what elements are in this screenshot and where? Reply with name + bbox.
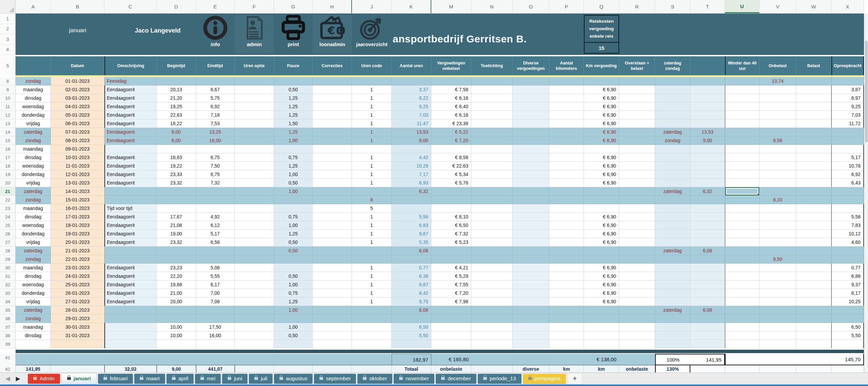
cell-K27[interactable]: 5,35 — [392, 238, 431, 247]
cell-D37[interactable]: 10,00 — [157, 323, 196, 331]
tab-februari[interactable]: februari — [98, 374, 133, 384]
cell-F38[interactable] — [235, 331, 274, 340]
row-header-2[interactable]: 2 — [0, 24, 15, 35]
tab-scroll-right-arrow[interactable]: ▶ — [13, 375, 23, 382]
cell-Q29[interactable] — [584, 255, 619, 264]
cell-Q21[interactable] — [584, 187, 619, 196]
row-header-41[interactable]: 41 — [0, 354, 16, 365]
cell-X25[interactable]: 7,83 — [831, 221, 864, 230]
cell-W39[interactable] — [796, 340, 831, 348]
cell-V29[interactable]: 9,50 — [760, 255, 796, 264]
cell-E12[interactable]: 7,18 — [196, 111, 235, 119]
tab-september[interactable]: september — [314, 374, 356, 384]
cell-M32[interactable]: € 7,55 — [431, 281, 471, 289]
cell-H12[interactable] — [313, 111, 352, 119]
jaaroverzicht-button[interactable]: jaaroverzicht — [352, 15, 392, 54]
cell-R21[interactable] — [619, 187, 655, 196]
cell-K14[interactable]: 13,53 — [392, 128, 431, 136]
tab-januari[interactable]: januari — [61, 373, 97, 384]
column-header-W[interactable]: W — [796, 0, 831, 13]
cell-O41[interactable] — [513, 354, 549, 365]
cell-T22[interactable] — [690, 196, 725, 204]
cell-O28[interactable] — [513, 247, 549, 255]
cell-P36[interactable] — [549, 314, 584, 323]
cell-O20[interactable] — [513, 179, 549, 187]
cell-M11[interactable]: € 8,40 — [431, 102, 471, 111]
cell-W12[interactable] — [796, 111, 831, 119]
cell-G11[interactable]: 1,25 — [274, 102, 313, 111]
cell-R41[interactable] — [619, 354, 655, 365]
cell-F32[interactable] — [235, 281, 274, 289]
cell-M18[interactable]: € 22,63 — [431, 162, 471, 170]
cell-O18[interactable] — [513, 162, 549, 170]
cell-B38[interactable]: 31-01-2023 — [51, 331, 104, 340]
cell-A24[interactable]: dinsdag — [16, 213, 51, 221]
cell-H38[interactable] — [313, 331, 352, 340]
cell-M17[interactable]: € 8,58 — [431, 153, 471, 162]
cell-N35[interactable] — [471, 306, 513, 314]
cell-U36[interactable] — [725, 314, 760, 323]
cell-C37[interactable] — [104, 323, 157, 331]
cell-M36[interactable] — [431, 314, 471, 323]
cell-H32[interactable] — [313, 281, 352, 289]
cell-U41[interactable] — [725, 354, 760, 365]
cell-J24[interactable]: 1 — [352, 213, 392, 221]
cell-K15[interactable]: 9,00 — [392, 136, 431, 145]
cell-O12[interactable] — [513, 111, 549, 119]
cell-T11[interactable] — [690, 102, 725, 111]
cell-F16[interactable] — [235, 145, 274, 153]
cell-D11[interactable]: 19,25 — [157, 102, 196, 111]
column-header-X[interactable]: X — [831, 0, 864, 13]
cell-B17[interactable]: 10-01-2023 — [51, 153, 104, 162]
cell-V38[interactable] — [760, 331, 796, 340]
cell-K25[interactable]: 6,83 — [392, 221, 431, 230]
column-header-P[interactable]: P — [549, 0, 584, 13]
cell-N21[interactable] — [471, 187, 513, 196]
cell-F23[interactable] — [235, 204, 274, 213]
cell-E18[interactable]: 7,50 — [196, 162, 235, 170]
cell-Q28[interactable] — [584, 247, 619, 255]
cell-Q24[interactable]: € 6,90 — [584, 213, 619, 221]
cell-T25[interactable] — [690, 221, 725, 230]
column-header-H[interactable]: H — [313, 0, 352, 13]
cell-R18[interactable] — [619, 162, 655, 170]
cell-R10[interactable] — [619, 94, 655, 102]
cell-O37[interactable] — [513, 323, 549, 331]
cell-K20[interactable]: 6,93 — [392, 179, 431, 187]
cell-T33[interactable] — [690, 289, 725, 297]
row-header-19[interactable]: 19 — [0, 170, 16, 179]
cell-T8[interactable] — [690, 77, 725, 85]
cell-O25[interactable] — [513, 221, 549, 230]
cell-M9[interactable]: € 7,58 — [431, 85, 471, 94]
cell-F13[interactable] — [235, 119, 274, 128]
cell-X17[interactable]: 5,17 — [831, 153, 864, 162]
cell-N15[interactable] — [471, 136, 513, 145]
cell-K16[interactable] — [392, 145, 431, 153]
cell-H39[interactable] — [313, 340, 352, 348]
cell-G33[interactable]: 0,75 — [274, 289, 313, 297]
row-header-22[interactable]: 22 — [0, 196, 16, 204]
cell-T17[interactable] — [690, 153, 725, 162]
row-header-39[interactable]: 39 — [0, 340, 16, 348]
tab-april[interactable]: april — [166, 374, 194, 384]
cell-G20[interactable]: 0,50 — [274, 179, 313, 187]
cell-S27[interactable] — [655, 238, 690, 247]
cell-O32[interactable] — [513, 281, 549, 289]
cell-U12[interactable] — [725, 111, 760, 119]
cell-Q34[interactable]: € 6,90 — [584, 297, 619, 306]
cell-U8[interactable] — [725, 77, 760, 85]
row-header-24[interactable]: 24 — [0, 213, 16, 221]
cell-A41[interactable] — [16, 354, 51, 365]
cell-R34[interactable] — [619, 297, 655, 306]
cell-U28[interactable] — [725, 247, 760, 255]
cell-J21[interactable] — [352, 187, 392, 196]
column-header-T[interactable]: T — [690, 0, 725, 13]
cell-O23[interactable] — [513, 204, 549, 213]
cell-B28[interactable]: 21-01-2023 — [51, 247, 104, 255]
cell-F36[interactable] — [235, 314, 274, 323]
cell-N34[interactable] — [471, 297, 513, 306]
cell-H27[interactable] — [313, 238, 352, 247]
header-cell-E[interactable]: Eindtijd — [196, 56, 235, 75]
cell-P33[interactable] — [549, 289, 584, 297]
cell-B8[interactable]: 01-01-2023 — [51, 77, 104, 85]
